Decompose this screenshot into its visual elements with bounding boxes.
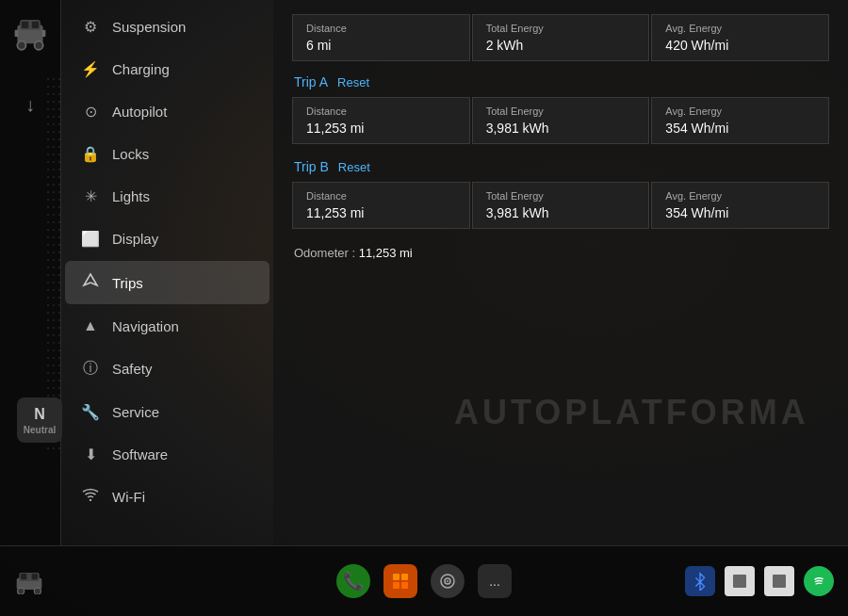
- gear-indicator: N Neutral: [17, 397, 62, 443]
- svg-rect-11: [21, 574, 26, 579]
- current-distance-label: Distance: [306, 23, 456, 34]
- svg-rect-2: [22, 22, 28, 28]
- current-distance-value: 6 mi: [306, 38, 456, 53]
- bluetooth-icon: [693, 572, 707, 591]
- sidebar-item-navigation[interactable]: ▲ Navigation: [65, 306, 269, 346]
- camera-icon: [438, 572, 457, 591]
- trip-a-distance-value: 11,253 mi: [306, 121, 456, 136]
- sidebar-item-trips[interactable]: Trips: [65, 261, 269, 304]
- svg-rect-12: [32, 574, 38, 579]
- sidebar-label-locks: Locks: [112, 146, 254, 162]
- svg-rect-23: [773, 575, 786, 588]
- trip-b-title: Trip B: [294, 159, 329, 174]
- svg-point-4: [17, 41, 25, 50]
- trip-a-title: Trip A: [294, 74, 328, 89]
- svg-rect-7: [42, 30, 46, 37]
- sidebar-label-suspension: Suspension: [112, 19, 254, 35]
- sidebar-item-software[interactable]: ⬇ Software: [65, 434, 269, 475]
- bluetooth-button[interactable]: [685, 566, 715, 596]
- dots-menu-button[interactable]: ...: [478, 564, 512, 598]
- car-icon: [11, 9, 49, 57]
- sidebar-item-suspension[interactable]: ⚙ Suspension: [65, 7, 269, 47]
- sidebar-item-wifi[interactable]: Wi-Fi: [65, 477, 269, 516]
- safety-icon: ⓘ: [80, 359, 101, 379]
- trip-a-distance-label: Distance: [306, 105, 456, 117]
- trip-b-avg-value: 354 Wh/mi: [665, 205, 815, 220]
- taskbar-right: [685, 566, 834, 596]
- sidebar-label-lights: Lights: [112, 188, 254, 204]
- svg-point-21: [447, 580, 448, 582]
- trip-b-reset-button[interactable]: Reset: [338, 160, 370, 174]
- trips-icon: [80, 272, 101, 293]
- watermark: AUTOPLATFORMA: [454, 393, 809, 432]
- sidebar-item-display[interactable]: ⬜ Display: [65, 219, 269, 259]
- orange-app-button[interactable]: [383, 564, 417, 598]
- current-trip-stats: Distance 6 mi Total Energy 2 kWh Avg. En…: [292, 14, 829, 61]
- svg-point-13: [18, 588, 24, 594]
- sidebar-label-software: Software: [112, 446, 254, 462]
- trip-a-reset-button[interactable]: Reset: [337, 75, 369, 89]
- sidebar-item-locks[interactable]: 🔒 Locks: [65, 134, 269, 174]
- scroll-down-arrow[interactable]: ↓: [25, 94, 35, 116]
- sidebar-label-wifi: Wi-Fi: [112, 489, 254, 505]
- current-avg-card: Avg. Energy 420 Wh/mi: [651, 14, 829, 61]
- white-square-button-1[interactable]: [725, 566, 755, 596]
- trip-a-energy-value: 3,981 kWh: [486, 121, 636, 136]
- taskbar: 📞 ...: [0, 545, 848, 616]
- lock-icon: 🔒: [80, 145, 101, 163]
- gear-label: N: [34, 406, 45, 423]
- sidebar-item-autopilot[interactable]: ⊙ Autopilot: [65, 91, 269, 132]
- display-icon: ⬜: [80, 230, 101, 248]
- trip-b-distance-label: Distance: [306, 190, 456, 202]
- svg-rect-15: [393, 574, 400, 580]
- odometer-label: Odometer :: [294, 246, 355, 260]
- odometer-row: Odometer : 11,253 mi: [292, 242, 829, 264]
- trip-a-header: Trip A Reset: [292, 71, 829, 93]
- square-icon-2: [772, 574, 787, 589]
- sidebar-item-charging[interactable]: ⚡ Charging: [65, 49, 269, 89]
- sidebar-label-safety: Safety: [112, 361, 254, 377]
- trip-b-stats: Distance 11,253 mi Total Energy 3,981 kW…: [292, 182, 829, 229]
- sidebar-label-service: Service: [112, 404, 254, 420]
- lights-icon: ✳: [80, 187, 101, 205]
- svg-rect-22: [733, 575, 746, 588]
- odometer-value: 11,253 mi: [359, 246, 413, 260]
- trip-b-avg-label: Avg. Energy: [665, 190, 815, 202]
- trip-b-header: Trip B Reset: [292, 155, 829, 178]
- square-icon: [732, 574, 747, 589]
- orange-app-icon: [391, 572, 410, 591]
- sidebar-label-navigation: Navigation: [112, 318, 254, 334]
- trip-b-avg-card: Avg. Energy 354 Wh/mi: [651, 182, 829, 229]
- charging-icon: ⚡: [80, 60, 101, 78]
- svg-rect-6: [15, 30, 19, 37]
- current-distance-card: Distance 6 mi: [292, 14, 470, 61]
- sidebar-item-service[interactable]: 🔧 Service: [65, 392, 269, 432]
- service-icon: 🔧: [80, 403, 101, 421]
- camera-button[interactable]: [431, 564, 465, 598]
- trip-a-section: Trip A Reset Distance 11,253 mi Total En…: [292, 71, 829, 144]
- white-square-button-2[interactable]: [764, 566, 794, 596]
- autopilot-icon: ⊙: [80, 103, 101, 121]
- sidebar-item-safety[interactable]: ⓘ Safety: [65, 348, 269, 390]
- trip-b-distance-card: Distance 11,253 mi: [292, 182, 470, 229]
- navigation-icon: ▲: [80, 317, 101, 334]
- svg-rect-17: [393, 582, 400, 589]
- sidebar-nav: ⚙ Suspension ⚡ Charging ⊙ Autopilot 🔒 Lo…: [61, 0, 273, 545]
- current-energy-value: 2 kWh: [486, 38, 636, 53]
- phone-button[interactable]: 📞: [336, 564, 370, 598]
- dots-icon: ...: [489, 574, 500, 589]
- left-strip: ↓ N Neutral: [0, 0, 61, 545]
- svg-rect-3: [32, 22, 39, 28]
- trip-a-avg-label: Avg. Energy: [665, 105, 815, 117]
- current-avg-label: Avg. Energy: [665, 23, 815, 34]
- trips-content: Distance 6 mi Total Energy 2 kWh Avg. En…: [273, 0, 848, 545]
- sidebar-label-display: Display: [112, 231, 254, 247]
- wrench-icon: ⚙: [80, 18, 101, 36]
- software-icon: ⬇: [80, 446, 101, 463]
- sidebar-item-lights[interactable]: ✳ Lights: [65, 176, 269, 217]
- svg-point-14: [34, 588, 41, 594]
- spotify-button[interactable]: [804, 566, 834, 596]
- trip-a-energy-card: Total Energy 3,981 kWh: [472, 97, 650, 144]
- sidebar-label-trips: Trips: [112, 275, 254, 291]
- trip-b-distance-value: 11,253 mi: [306, 205, 456, 220]
